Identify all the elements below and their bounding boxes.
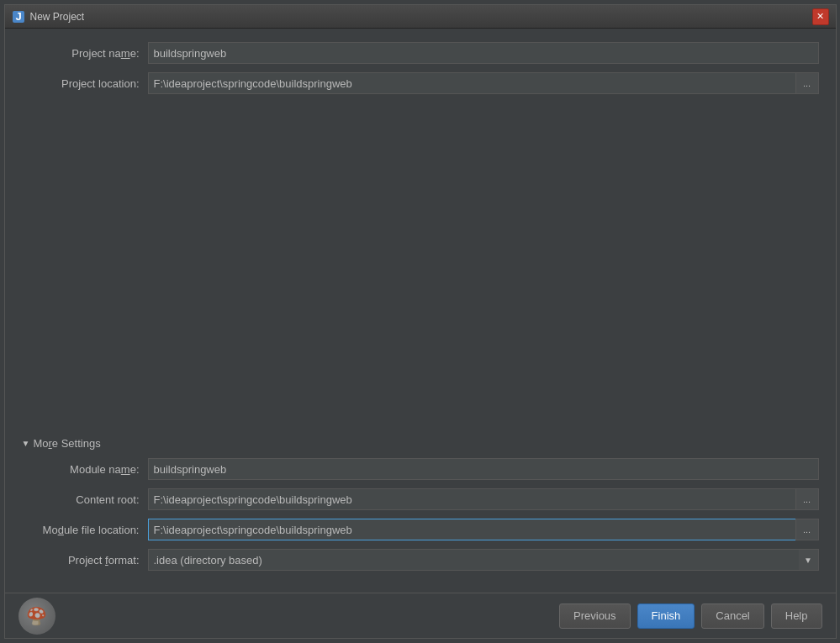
watermark-logo: 🍄 (18, 598, 55, 635)
module-name-row: Module name: (22, 458, 819, 480)
more-settings-toggle[interactable]: ▼ More Settings (22, 437, 819, 450)
module-name-input[interactable] (148, 458, 819, 480)
project-location-row: Project location: ... (22, 72, 819, 94)
content-root-label: Content root: (22, 493, 148, 506)
more-settings-content: Module name: Content root: ... Module fi… (22, 458, 819, 571)
cancel-button[interactable]: Cancel (701, 603, 763, 629)
project-location-browse-button[interactable]: ... (795, 72, 819, 94)
project-format-label: Project format: (22, 554, 148, 567)
project-location-input[interactable] (148, 72, 795, 94)
content-root-field-group: ... (148, 488, 819, 510)
module-file-location-row: Module file location: ... (22, 519, 819, 540)
content-root-input[interactable] (148, 488, 795, 510)
module-file-location-field-group: ... (148, 519, 819, 540)
project-format-row: Project format: .idea (directory based) … (22, 549, 819, 571)
title-bar: J New Project ✕ (5, 5, 836, 29)
project-format-select[interactable]: .idea (directory based) .ipr (file based… (148, 549, 819, 571)
dialog-footer: 🍄 Previous Finish Cancel Help (5, 593, 836, 638)
project-name-input[interactable] (148, 42, 819, 64)
more-settings-label: More Settings (33, 437, 100, 450)
module-name-label: Module name: (22, 463, 148, 476)
previous-button[interactable]: Previous (559, 603, 631, 629)
dialog-content: Project name: Project location: ... ▼ Mo… (5, 29, 836, 593)
project-name-row: Project name: (22, 42, 819, 64)
project-location-field-group: ... (148, 72, 819, 94)
content-root-row: Content root: ... (22, 488, 819, 510)
content-root-browse-button[interactable]: ... (795, 488, 819, 510)
watermark-area: 🍄 (18, 598, 55, 635)
finish-button[interactable]: Finish (637, 603, 695, 629)
project-name-label: Project name: (22, 47, 148, 60)
module-file-location-browse-button[interactable]: ... (795, 519, 819, 540)
project-location-label: Project location: (22, 77, 148, 90)
close-button[interactable]: ✕ (812, 8, 829, 25)
new-project-dialog: J New Project ✕ Project name: Project lo… (4, 4, 837, 639)
app-icon: J (12, 10, 25, 24)
svg-text:J: J (15, 11, 21, 23)
help-button[interactable]: Help (771, 603, 822, 629)
dialog-title: New Project (30, 11, 812, 23)
module-file-location-label: Module file location: (22, 524, 148, 536)
module-file-location-input[interactable] (148, 519, 795, 540)
project-format-select-group: .idea (directory based) .ipr (file based… (148, 549, 819, 571)
more-settings-section: ▼ More Settings Module name: Content roo… (22, 437, 819, 579)
more-settings-arrow-icon: ▼ (22, 439, 30, 448)
